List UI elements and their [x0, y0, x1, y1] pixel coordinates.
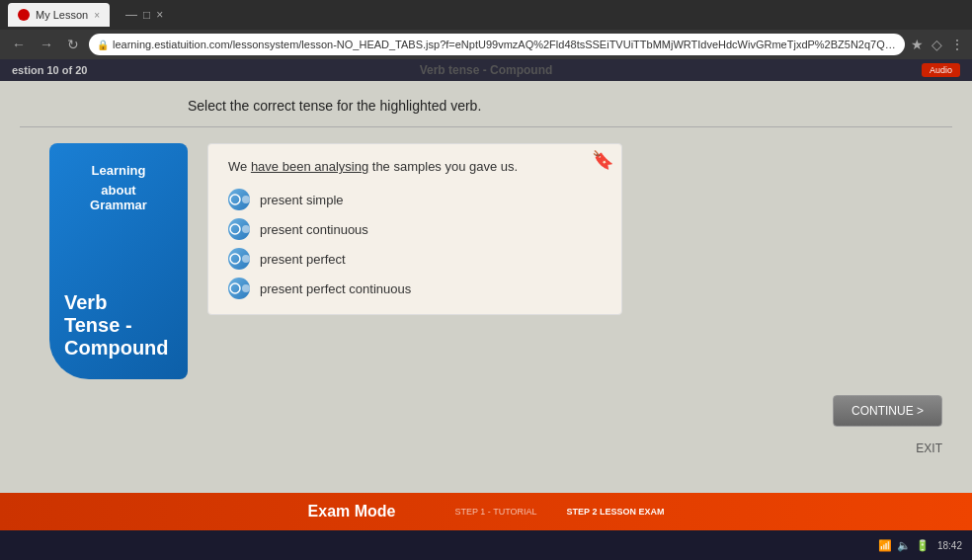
option-radio-4[interactable] — [228, 278, 250, 299]
separator — [20, 126, 952, 127]
radio-icon-2 — [228, 222, 242, 236]
window-controls: — □ × — [125, 8, 163, 22]
learning-card-line2: about — [64, 183, 173, 198]
svg-point-3 — [230, 283, 240, 293]
exam-step-2[interactable]: STEP 2 LESSON EXAM — [567, 507, 665, 517]
active-tab[interactable]: My Lesson × — [8, 3, 110, 27]
browser-right-controls: ★ ◇ ⋮ — [911, 37, 964, 52]
taskbar-time: 18:42 — [937, 540, 962, 551]
network-icon: 📶 — [878, 539, 892, 552]
options-list: present simple present continuous — [228, 189, 602, 299]
tab-close-button[interactable]: × — [94, 10, 100, 21]
taskbar-icons: 📶 🔈 🔋 — [878, 539, 930, 552]
question-count: estion 10 of 20 — [12, 64, 87, 76]
back-button[interactable]: ← — [8, 35, 30, 54]
url-text: learning.estiatuition.com/lessonsystem/l… — [113, 39, 897, 50]
browser-chrome: My Lesson × — □ × — [0, 0, 972, 30]
exit-button[interactable]: EXIT — [916, 441, 942, 455]
window-maximize-button[interactable]: □ — [143, 8, 150, 22]
instruction-text: Select the correct tense for the highlig… — [188, 97, 952, 115]
learning-card-title3: Compound — [64, 337, 173, 360]
option-label-1: present simple — [260, 193, 344, 207]
address-bar-row: ← → ↻ 🔒 learning.estiatuition.com/lesson… — [0, 30, 972, 59]
tab-bar: My Lesson × — [8, 3, 110, 27]
svg-point-0 — [230, 195, 240, 204]
option-item-4[interactable]: present perfect continuous — [228, 278, 602, 299]
address-bar[interactable]: 🔒 learning.estiatuition.com/lessonsystem… — [89, 34, 905, 55]
option-label-4: present perfect continuous — [260, 281, 411, 296]
radio-icon-3 — [228, 252, 242, 266]
question-sentence: We have been analysing the samples you g… — [228, 159, 602, 174]
forward-button[interactable]: → — [36, 35, 57, 54]
option-label-2: present continuous — [260, 222, 368, 237]
option-item-3[interactable]: present perfect — [228, 248, 602, 270]
option-item-2[interactable]: present continuous — [228, 218, 602, 240]
exercise-container: Learning about Grammar Verb Tense - Comp… — [49, 143, 952, 379]
option-radio-1[interactable] — [228, 189, 250, 210]
favicon-icon — [18, 9, 30, 21]
radio-icon-4 — [228, 281, 242, 295]
window-minimize-button[interactable]: — — [125, 8, 137, 22]
learning-card-line3: Grammar — [64, 198, 173, 212]
sentence-highlighted: have been analysing — [251, 159, 368, 174]
reload-button[interactable]: ↻ — [63, 35, 83, 54]
exam-bar-title: Exam Mode — [308, 503, 396, 520]
menu-icon[interactable]: ⋮ — [950, 37, 964, 52]
option-radio-2[interactable] — [228, 218, 250, 240]
learning-card-title1: Verb — [64, 291, 173, 314]
question-box: 🔖 We have been analysing the samples you… — [207, 143, 622, 315]
battery-icon: 🔋 — [916, 539, 930, 552]
exam-steps: STEP 1 - TUTORIAL STEP 2 LESSON EXAM — [455, 507, 665, 517]
secure-icon: 🔒 — [97, 40, 109, 50]
audio-button[interactable]: Audio — [922, 63, 960, 77]
exam-step-1[interactable]: STEP 1 - TUTORIAL — [455, 507, 537, 517]
tab-title: My Lesson — [36, 9, 88, 21]
learning-card: Learning about Grammar Verb Tense - Comp… — [49, 143, 188, 379]
sentence-after: the samples you gave us. — [368, 159, 518, 174]
exit-button-container: EXIT — [916, 439, 942, 456]
bookmark-star-icon[interactable]: ★ — [911, 37, 924, 52]
window-close-button[interactable]: × — [156, 8, 163, 22]
svg-point-2 — [230, 254, 240, 264]
sentence-before: We — [228, 159, 251, 174]
extensions-icon[interactable]: ◇ — [932, 37, 942, 52]
exam-bar: Exam Mode STEP 1 - TUTORIAL STEP 2 LESSO… — [0, 493, 972, 530]
svg-point-1 — [230, 224, 240, 234]
volume-icon: 🔈 — [897, 539, 911, 552]
radio-icon-1 — [228, 193, 242, 206]
option-radio-3[interactable] — [228, 248, 250, 270]
page-subtitle: Verb tense - Compound — [420, 63, 553, 77]
option-item-1[interactable]: present simple — [228, 189, 602, 210]
learning-card-line1: Learning — [64, 163, 173, 178]
continue-button[interactable]: CONTINUE > — [833, 395, 942, 427]
option-label-3: present perfect — [260, 252, 346, 267]
bookmark-icon[interactable]: 🔖 — [592, 149, 613, 171]
learning-card-title2: Tense - — [64, 314, 173, 337]
continue-button-container: CONTINUE > — [833, 395, 942, 427]
taskbar: 📶 🔈 🔋 18:42 — [0, 530, 972, 560]
